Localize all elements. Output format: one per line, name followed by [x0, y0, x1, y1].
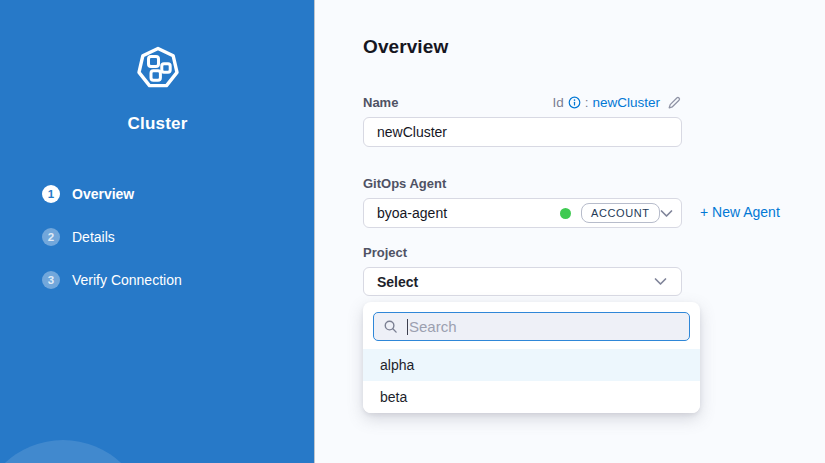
dropdown-options: alpha beta — [363, 349, 700, 413]
wizard-sidebar: Cluster 1 Overview 2 Details 3 Verify Co… — [0, 0, 315, 463]
name-label: Name — [363, 95, 398, 110]
project-select-value: Select — [377, 274, 418, 290]
agent-status-dot — [560, 208, 571, 219]
step-overview[interactable]: 1 Overview — [42, 185, 182, 203]
dropdown-option-alpha[interactable]: alpha — [363, 349, 700, 381]
chevron-down-icon — [660, 209, 673, 218]
dropdown-search-input[interactable] — [409, 318, 680, 335]
decorative-circle — [0, 440, 148, 463]
step-verify-connection[interactable]: 3 Verify Connection — [42, 271, 182, 289]
gitops-agent-select[interactable]: byoa-agent ACCOUNT — [363, 198, 682, 228]
agent-name: byoa-agent — [377, 205, 447, 221]
identifier-row: Id : newCluster — [552, 95, 682, 110]
cluster-logo — [0, 44, 315, 96]
step-number-badge: 3 — [42, 271, 60, 289]
dropdown-option-beta[interactable]: beta — [363, 381, 700, 413]
edit-pencil-icon[interactable] — [667, 95, 682, 110]
project-dropdown-panel: alpha beta — [363, 302, 700, 413]
chevron-down-icon — [654, 277, 667, 286]
project-select[interactable]: Select — [363, 267, 682, 296]
new-agent-link[interactable]: + New Agent — [700, 204, 780, 220]
search-icon — [383, 319, 398, 334]
step-label: Verify Connection — [72, 272, 182, 288]
info-icon[interactable] — [568, 96, 581, 109]
name-label-row: Name Id : newCluster — [363, 94, 682, 111]
project-label: Project — [363, 245, 407, 260]
step-number-badge: 2 — [42, 228, 60, 246]
gitops-agent-label: GitOps Agent — [363, 176, 446, 191]
step-label: Details — [72, 229, 115, 245]
cluster-hexagon-icon — [134, 44, 182, 92]
step-number-badge: 1 — [42, 185, 60, 203]
dropdown-search-box[interactable] — [373, 312, 690, 341]
wizard-steps: 1 Overview 2 Details 3 Verify Connection — [42, 185, 182, 314]
wizard-title: Cluster — [0, 114, 315, 134]
text-caret — [407, 319, 408, 335]
step-label: Overview — [72, 186, 134, 202]
page-title: Overview — [363, 36, 825, 58]
name-input[interactable] — [363, 117, 682, 147]
agent-row: byoa-agent ACCOUNT + New Agent — [363, 198, 825, 228]
overview-step-panel: Overview Name Id : newCluster GitOps Age… — [316, 0, 825, 463]
id-label: Id — [552, 95, 563, 110]
id-value-link[interactable]: newCluster — [592, 95, 660, 110]
scope-badge: ACCOUNT — [581, 203, 660, 223]
step-details[interactable]: 2 Details — [42, 228, 182, 246]
id-separator: : — [585, 95, 589, 110]
